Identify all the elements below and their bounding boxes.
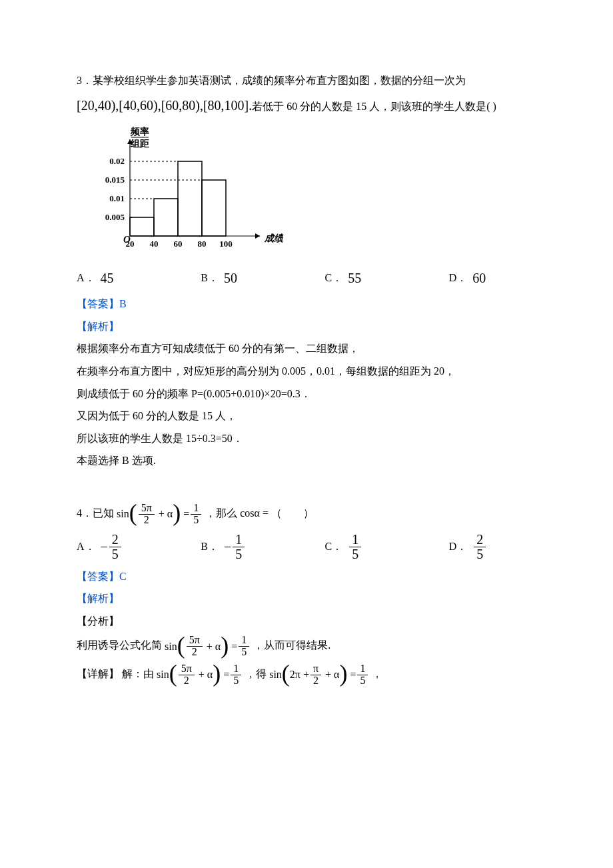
answer-value: C [119, 571, 127, 582]
histogram-chart: 频率 组距 0.005 0.01 0.015 0.02 O 20 40 60 8… [90, 123, 573, 261]
q3-sol-5: 所以该班的学生人数是 15÷0.3=50． [77, 430, 573, 447]
q4-options: A． −25 B． −15 C． 15 D． 25 [77, 533, 573, 561]
q4-detail-get: ，得 [245, 668, 267, 679]
q4-detail-comma: ， [372, 668, 382, 679]
q3-option-d[interactable]: D． 60 [449, 267, 573, 289]
q4-fx-label: 【分析】 [77, 613, 573, 630]
option-label: D． [449, 269, 468, 287]
bar-2 [154, 199, 178, 236]
q3-stem-line2: [20,40),[40,60),[60,80),[80,100].若低于 60 … [77, 95, 573, 116]
q3-text2: 若低于 60 分的人数是 15 人，则该班的学生人数是( ) [252, 101, 496, 112]
q4-analysis-label: 【解析】 [77, 590, 573, 607]
bar-3 [178, 161, 202, 236]
q3-sol-6: 本题选择 B 选项. [77, 452, 573, 469]
ytick-4: 0.02 [109, 156, 125, 166]
answer-value: B [119, 298, 127, 309]
option-value: 25 [472, 533, 487, 561]
xtick-60: 60 [174, 239, 183, 249]
q3-options: A． 45 B． 50 C． 55 D． 60 [77, 267, 573, 289]
q3-number: 3． [77, 75, 93, 86]
svg-marker-1 [255, 233, 260, 239]
option-value: 55 [348, 267, 361, 289]
q4-fx-expr: sin( 5π2 + α) = 15 [165, 635, 251, 658]
q3-intervals: [20,40),[40,60),[60,80),[80,100]. [77, 98, 252, 113]
q3-sol-4: 又因为低于 60 分的人数是 15 人， [77, 407, 573, 425]
q4-tail: （ ） [271, 507, 314, 519]
q4-pre: 已知 [93, 507, 114, 519]
answer-label: 【答案】 [77, 298, 119, 309]
bar-1 [130, 217, 154, 236]
option-value: 15 [348, 533, 362, 561]
xlabel: 成绩/分 [264, 233, 283, 243]
xtick-40: 40 [150, 239, 159, 249]
q4-option-b[interactable]: B． −15 [201, 533, 324, 561]
option-label: B． [201, 269, 219, 287]
xtick-20: 20 [126, 239, 135, 249]
q4-fx-post: ，从而可得结果. [253, 639, 330, 651]
q4-detail-by: 解：由 [122, 668, 154, 679]
q4-cos: cosα = [240, 507, 269, 519]
q4-stem: 4．已知 sin ( 5π2 + α ) = 15 ，那么 cosα = （ ） [77, 503, 573, 526]
q3-sol-3: 则成绩低于 60 分的频率 P=(0.005+0.010)×20=0.3． [77, 385, 573, 403]
xtick-100: 100 [219, 239, 233, 249]
answer-label: 【答案】 [77, 571, 119, 582]
option-value: −25 [101, 533, 123, 561]
q4-detail-expr1: sin( 5π2 + α) = 15 [157, 663, 243, 687]
bar-4 [202, 180, 226, 236]
q3-answer: 【答案】B [77, 295, 573, 313]
q3-stem-line1: 3．某学校组织学生参加英语测试，成绩的频率分布直方图如图，数据的分组一次为 [77, 72, 573, 89]
q4-detail-label: 【详解】 [77, 668, 119, 679]
q4-detail-expr2: sin( 2π + π2 + α) = 15 [269, 663, 369, 687]
q3-sol-2: 在频率分布直方图中，对应矩形的高分别为 0.005，0.01，每组数据的组距为 … [77, 363, 573, 380]
q4-post: ，那么 [205, 507, 237, 519]
q3-analysis-label: 【解析】 [77, 318, 573, 335]
q4-fx-pre: 利用诱导公式化简 [77, 639, 162, 651]
q3-option-c[interactable]: C． 55 [325, 267, 449, 289]
ytick-1: 0.005 [105, 212, 125, 222]
option-value: 45 [101, 267, 114, 289]
q3-sol-1: 根据频率分布直方可知成绩低于 60 分的有第一、二组数据， [77, 340, 573, 357]
q4-number: 4． [77, 507, 93, 519]
option-value: 50 [224, 267, 237, 289]
q4-expr-sin: sin ( 5π2 + α ) = 15 [117, 503, 203, 526]
ytick-3: 0.015 [105, 175, 125, 185]
q4-option-a[interactable]: A． −25 [77, 533, 201, 561]
option-label: C． [325, 269, 343, 287]
option-label: B． [201, 538, 219, 555]
q4-fx-line: 利用诱导公式化简 sin( 5π2 + α) = 15 ，从而可得结果. [77, 635, 573, 658]
q3-text1: 某学校组织学生参加英语测试，成绩的频率分布直方图如图，数据的分组一次为 [93, 75, 466, 86]
option-value: −15 [224, 533, 246, 561]
q4-answer: 【答案】C [77, 568, 573, 585]
ytick-2: 0.01 [109, 193, 125, 203]
q3-option-a[interactable]: A． 45 [77, 267, 201, 289]
ylabel-num: 频率 [130, 126, 149, 137]
ylabel-den: 组距 [130, 139, 149, 149]
q3-option-b[interactable]: B． 50 [201, 267, 324, 289]
q4-option-d[interactable]: D． 25 [449, 533, 573, 561]
q4-detail-line: 【详解】 解：由 sin( 5π2 + α) = 15 ，得 sin( 2π +… [77, 663, 573, 687]
option-label: A． [77, 538, 95, 555]
q4-option-c[interactable]: C． 15 [325, 533, 449, 561]
option-label: C． [325, 538, 343, 555]
option-label: A． [77, 269, 95, 287]
option-value: 60 [472, 267, 486, 289]
xtick-80: 80 [198, 239, 207, 249]
option-label: D． [449, 538, 468, 555]
